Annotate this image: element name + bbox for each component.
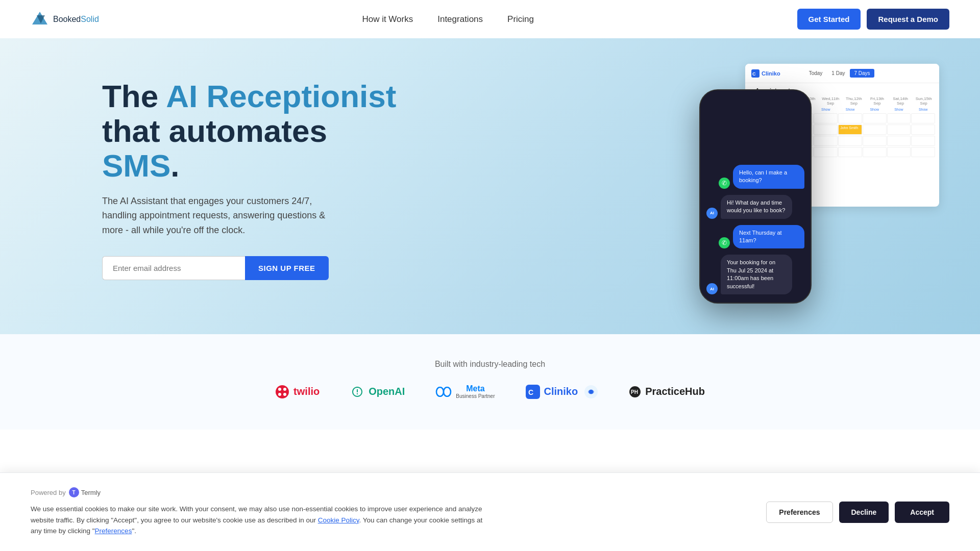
hero-content: The AI Receptionist that automates SMS. … — [102, 69, 408, 280]
chat-msg-1: Hello, can I make a booking? ✆ — [706, 165, 804, 189]
cal-tabs: Today 1 Day 7 Days — [805, 69, 874, 78]
twilio-logo: twilio — [275, 385, 320, 399]
practicehub-logo: PH PracticeHub — [629, 386, 705, 398]
svg-point-14 — [589, 390, 593, 394]
signup-button[interactable]: SIGN UP FREE — [245, 256, 329, 280]
nav-integrations[interactable]: Integrations — [437, 14, 483, 24]
svg-point-7 — [278, 393, 281, 396]
meta-logo: Meta Business Partner — [435, 384, 495, 399]
chat-msg-2: AI Hi! What day and time would you like … — [706, 195, 804, 219]
cliniko-logo: C Cliniko — [526, 385, 599, 399]
cal-tab-1day[interactable]: 1 Day — [827, 69, 849, 78]
chat-msg-4: AI Your booking for on Thu Jul 25 2024 a… — [706, 255, 804, 294]
svg-point-9 — [436, 387, 444, 396]
hero-visual: C Cliniko Today 1 Day 7 Days Appointment… — [684, 48, 939, 324]
get-started-button[interactable]: Get Started — [797, 9, 861, 30]
svg-point-10 — [444, 387, 451, 396]
svg-text:C: C — [528, 388, 533, 396]
navbar: BookedSolid How it Works Integrations Pr… — [0, 0, 980, 38]
svg-point-4 — [276, 385, 289, 398]
cal-tab-7days[interactable]: 7 Days — [850, 69, 874, 78]
nav-pricing[interactable]: Pricing — [507, 14, 534, 24]
cal-tab-today[interactable]: Today — [805, 69, 827, 78]
chat-msg-3: Next Thursday at 11am? ✆ — [706, 225, 804, 249]
hero-form: SIGN UP FREE — [102, 256, 408, 280]
nav-links: How it Works Integrations Pricing — [362, 14, 534, 24]
svg-point-5 — [278, 388, 281, 391]
cal-logo: C Cliniko — [751, 69, 780, 78]
hero-title: The AI Receptionist that automates SMS. — [102, 79, 408, 184]
hero-subtitle: The AI Assistant that engages your custo… — [102, 194, 347, 238]
nav-buttons: Get Started Request a Demo — [797, 9, 949, 30]
tech-section: Built with industry-leading tech twilio … — [0, 334, 980, 430]
hero-section: The AI Receptionist that automates SMS. … — [0, 38, 980, 334]
tech-logos: twilio OpenAI Meta Business Partner C — [0, 384, 980, 399]
tech-label: Built with industry-leading tech — [0, 360, 980, 369]
svg-point-8 — [283, 393, 286, 396]
request-demo-button[interactable]: Request a Demo — [867, 9, 949, 30]
openai-logo: OpenAI — [350, 385, 405, 399]
svg-text:C: C — [752, 71, 756, 77]
svg-point-6 — [283, 388, 286, 391]
nav-how-it-works[interactable]: How it Works — [362, 14, 413, 24]
logo-text: BookedSolid — [53, 15, 99, 24]
logo-link[interactable]: BookedSolid — [31, 10, 99, 29]
logo-icon — [31, 10, 49, 29]
svg-text:PH: PH — [631, 389, 638, 395]
email-input[interactable] — [102, 256, 245, 280]
phone-mockup: Hello, can I make a booking? ✆ AI Hi! Wh… — [699, 89, 812, 304]
